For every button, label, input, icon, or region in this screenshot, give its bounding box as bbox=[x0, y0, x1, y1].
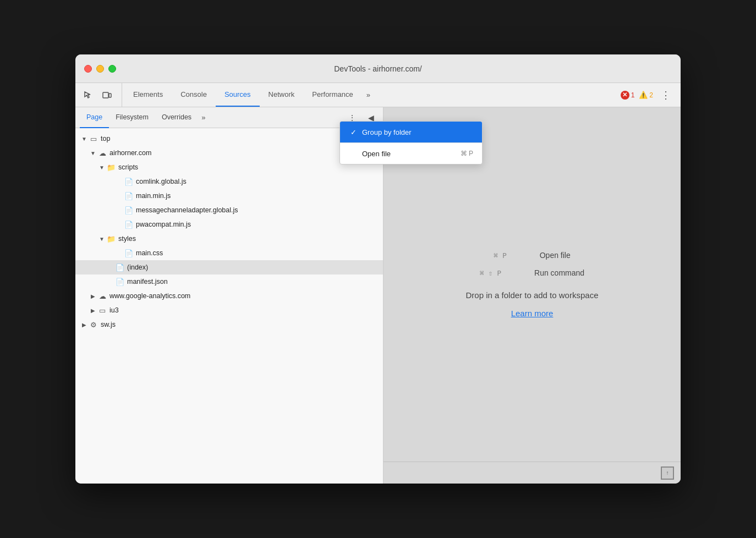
drop-folder-text: Drop in a folder to add to workspace bbox=[466, 290, 599, 300]
device-toolbar-icon[interactable] bbox=[98, 87, 115, 103]
run-command-shortcut: ⌘ ⇧ P bbox=[480, 269, 501, 277]
folder-icon-styles: 📁 bbox=[106, 234, 116, 243]
warning-icon: ⚠️ bbox=[639, 91, 648, 100]
file-icon-index: 📄 bbox=[115, 263, 125, 272]
error-icon: ✕ bbox=[621, 91, 629, 100]
sub-tab-filesystem[interactable]: Filesystem bbox=[109, 107, 155, 128]
chevron-sw: ▶ bbox=[80, 322, 89, 328]
file-icon-pwacompat: 📄 bbox=[124, 220, 134, 229]
tab-network[interactable]: Network bbox=[260, 83, 304, 107]
tab-more-button[interactable]: » bbox=[362, 83, 375, 107]
tree-item-main-min[interactable]: 📄 main.min.js bbox=[75, 189, 383, 203]
square-icon-top: ▭ bbox=[89, 134, 98, 143]
tree-item-sw[interactable]: ▶ ⚙ sw.js bbox=[75, 317, 383, 332]
main-content: Page Filesystem Overrides » ⋮ ◀ bbox=[75, 107, 681, 484]
file-tree: ▼ ▭ top ▼ ☁ airhorner.com ▼ 📁 scripts bbox=[75, 128, 383, 484]
open-file-label: Open file bbox=[540, 251, 571, 260]
cloud-icon-ga: ☁ bbox=[97, 292, 107, 300]
check-icon: ✓ bbox=[349, 128, 358, 136]
open-file-shortcut: ⌘ P bbox=[494, 251, 506, 260]
chevron-scripts: ▼ bbox=[97, 164, 106, 171]
tree-item-top[interactable]: ▼ ▭ top bbox=[75, 131, 383, 146]
tree-item-iu3[interactable]: ▶ ▭ iu3 bbox=[75, 303, 383, 317]
square-icon-iu3: ▭ bbox=[97, 306, 107, 315]
tree-item-airhorner[interactable]: ▼ ☁ airhorner.com bbox=[75, 146, 383, 160]
panel-resize-icon[interactable]: ↑ bbox=[661, 466, 674, 480]
maximize-button[interactable] bbox=[108, 65, 116, 73]
run-command-row: ⌘ ⇧ P Run command bbox=[480, 268, 584, 277]
tree-item-scripts[interactable]: ▼ 📁 scripts bbox=[75, 160, 383, 174]
tab-bar-icons bbox=[80, 83, 122, 107]
traffic-lights bbox=[84, 65, 116, 73]
warning-badge[interactable]: ⚠️ 2 bbox=[639, 91, 653, 100]
file-icon-manifest: 📄 bbox=[115, 277, 125, 286]
tab-sources[interactable]: Sources bbox=[216, 83, 260, 107]
tree-item-pwacompat[interactable]: 📄 pwacompat.min.js bbox=[75, 217, 383, 232]
sub-tab-bar: Page Filesystem Overrides » ⋮ ◀ bbox=[75, 107, 383, 128]
tree-item-manifest[interactable]: 📄 manifest.json bbox=[75, 275, 383, 289]
chevron-ga: ▶ bbox=[89, 293, 97, 299]
devtools-window: DevTools - airhorner.com/ Elements Conso… bbox=[75, 54, 681, 484]
title-bar: DevTools - airhorner.com/ bbox=[75, 54, 681, 83]
chevron-airhorner: ▼ bbox=[89, 150, 97, 156]
cloud-icon-airhorner: ☁ bbox=[97, 149, 107, 157]
sub-tab-more[interactable]: » bbox=[198, 113, 209, 122]
tab-bar: Elements Console Sources Network Perform… bbox=[75, 83, 681, 107]
sub-tab-overrides[interactable]: Overrides bbox=[155, 107, 198, 128]
minimize-button[interactable] bbox=[96, 65, 104, 73]
tree-item-comlink[interactable]: 📄 comlink.global.js bbox=[75, 174, 383, 189]
chevron-iu3: ▶ bbox=[89, 308, 97, 314]
right-panel: ⌘ P Open file ⌘ ⇧ P Run command Drop in … bbox=[384, 107, 681, 484]
context-menu: ✓ Group by folder Open file ⌘ P bbox=[339, 121, 483, 164]
tree-item-google-analytics[interactable]: ▶ ☁ www.google-analytics.com bbox=[75, 289, 383, 303]
file-icon-main-css: 📄 bbox=[124, 249, 134, 257]
file-icon-main-min: 📄 bbox=[124, 191, 134, 200]
tree-item-styles[interactable]: ▼ 📁 styles bbox=[75, 232, 383, 246]
learn-more-link[interactable]: Learn more bbox=[511, 309, 554, 318]
gear-icon-sw: ⚙ bbox=[89, 320, 98, 329]
menu-shortcut-open-file: ⌘ P bbox=[461, 150, 473, 157]
inspect-icon[interactable] bbox=[80, 87, 96, 103]
tab-elements[interactable]: Elements bbox=[124, 83, 172, 107]
tab-performance[interactable]: Performance bbox=[303, 83, 361, 107]
tab-console[interactable]: Console bbox=[172, 83, 216, 107]
open-file-row: ⌘ P Open file bbox=[494, 251, 571, 260]
error-badge[interactable]: ✕ 1 bbox=[621, 91, 635, 100]
chevron-top: ▼ bbox=[80, 136, 89, 142]
file-icon-messagechannel: 📄 bbox=[124, 206, 134, 215]
menu-item-open-file[interactable]: Open file ⌘ P bbox=[340, 143, 482, 164]
menu-item-group-by-folder[interactable]: ✓ Group by folder bbox=[340, 122, 482, 142]
run-command-label: Run command bbox=[534, 268, 584, 277]
tree-item-messagechannel[interactable]: 📄 messagechanneladapter.global.js bbox=[75, 203, 383, 217]
svg-rect-1 bbox=[109, 94, 111, 97]
tree-item-main-css[interactable]: 📄 main.css bbox=[75, 246, 383, 260]
svg-rect-0 bbox=[103, 92, 108, 98]
chevron-styles: ▼ bbox=[97, 236, 106, 242]
tab-bar-more-menu[interactable]: ⋮ bbox=[658, 89, 674, 101]
tree-item-index[interactable]: 📄 (index) bbox=[75, 260, 383, 275]
folder-icon-scripts: 📁 bbox=[106, 163, 116, 172]
close-button[interactable] bbox=[84, 65, 92, 73]
file-icon-comlink: 📄 bbox=[124, 177, 134, 186]
right-panel-footer: ↑ bbox=[384, 462, 681, 484]
window-title: DevTools - airhorner.com/ bbox=[334, 64, 422, 73]
menu-label-group: Group by folder bbox=[362, 128, 473, 136]
menu-label-open-file: Open file bbox=[362, 150, 456, 158]
left-panel: Page Filesystem Overrides » ⋮ ◀ bbox=[75, 107, 384, 484]
tab-bar-right: ✕ 1 ⚠️ 2 ⋮ bbox=[621, 83, 681, 107]
sub-tab-page[interactable]: Page bbox=[80, 107, 109, 128]
